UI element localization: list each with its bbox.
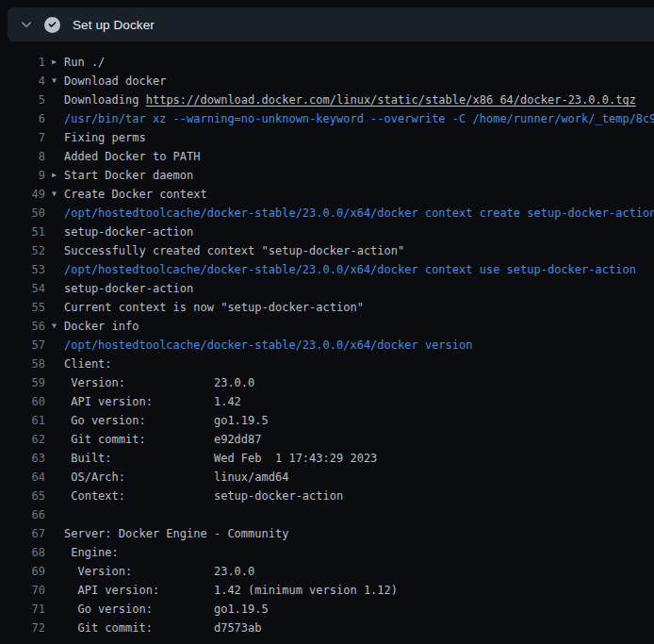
log-line: 5Downloading https://download.docker.com… <box>0 91 654 109</box>
line-number[interactable]: 71 <box>0 600 45 619</box>
line-number[interactable]: 52 <box>0 241 45 260</box>
log-line: 6/usr/bin/tar xz --warning=no-unknown-ke… <box>0 109 654 128</box>
line-number[interactable]: 58 <box>0 355 45 373</box>
log-text: Fixing perms <box>64 128 146 147</box>
step-header[interactable]: Set up Docker <box>8 8 654 41</box>
line-number[interactable]: 51 <box>0 223 45 241</box>
line-number[interactable]: 63 <box>0 449 45 468</box>
log-text: Server: Docker Engine - Community <box>64 524 288 543</box>
log-line: 4▼Download docker <box>0 72 654 91</box>
log-line: 1▶Run ./ <box>0 53 654 72</box>
log-line: 67Server: Docker Engine - Community <box>0 524 654 543</box>
line-number[interactable]: 54 <box>0 279 45 298</box>
log-viewer: 1▶Run ./4▼Download docker5Downloading ht… <box>0 34 654 637</box>
log-link[interactable]: https://download.docker.com/linux/static… <box>146 93 636 107</box>
chevron-down-icon[interactable] <box>21 19 32 30</box>
log-line: 57/opt/hostedtoolcache/docker-stable/23.… <box>0 336 654 355</box>
log-line: 50/opt/hostedtoolcache/docker-stable/23.… <box>0 204 654 223</box>
log-text: Context: setup-docker-action <box>64 487 343 505</box>
log-line: 65 Context: setup-docker-action <box>0 487 654 505</box>
log-text: Added Docker to PATH <box>64 147 201 166</box>
log-line: 49▼Create Docker context <box>0 185 654 204</box>
log-text: setup-docker-action <box>64 223 193 241</box>
log-line: 68 Engine: <box>0 543 654 562</box>
log-line: 60 API version: 1.42 <box>0 392 654 411</box>
log-line: 62 Git commit: e92dd87 <box>0 430 654 449</box>
log-line: 63 Built: Wed Feb 1 17:43:29 2023 <box>0 449 654 468</box>
log-line: 64 OS/Arch: linux/amd64 <box>0 468 654 487</box>
triangle-collapsed-icon[interactable]: ▶ <box>52 53 63 72</box>
log-text: API version: 1.42 (minimum version 1.12) <box>64 581 398 600</box>
log-text: Go version: go1.19.5 <box>64 600 269 619</box>
triangle-collapsed-icon[interactable]: ▶ <box>52 166 63 185</box>
log-line: 71 Go version: go1.19.5 <box>0 600 654 619</box>
log-line: 9▶Start Docker daemon <box>0 166 654 185</box>
line-number[interactable]: 72 <box>0 619 45 637</box>
triangle-expanded-icon[interactable]: ▼ <box>52 72 63 91</box>
log-text: setup-docker-action <box>64 279 193 298</box>
log-text: OS/Arch: linux/amd64 <box>64 468 288 487</box>
log-group-header[interactable]: ▼Create Docker context <box>64 185 207 204</box>
log-line: 66 <box>0 505 654 524</box>
log-text: Go version: go1.19.5 <box>64 411 269 430</box>
log-line: 69 Version: 23.0.0 <box>0 562 654 581</box>
line-number[interactable]: 66 <box>0 505 45 524</box>
line-number[interactable]: 49 <box>0 185 45 204</box>
log-group-header[interactable]: ▼Docker info <box>64 317 139 336</box>
log-line: 51setup-docker-action <box>0 223 654 241</box>
log-group-header[interactable]: ▼Download docker <box>64 72 166 91</box>
log-line: 61 Go version: go1.19.5 <box>0 411 654 430</box>
log-line: 55Current context is now "setup-docker-a… <box>0 298 654 317</box>
line-number[interactable]: 59 <box>0 373 45 392</box>
line-number[interactable]: 65 <box>0 487 45 505</box>
line-number[interactable]: 55 <box>0 298 45 317</box>
command-text: /opt/hostedtoolcache/docker-stable/23.0.… <box>64 336 472 355</box>
log-line: 58Client: <box>0 355 654 373</box>
log-line: 59 Version: 23.0.0 <box>0 373 654 392</box>
log-group-header[interactable]: ▶Run ./ <box>64 53 105 72</box>
check-circle-icon <box>44 17 60 33</box>
log-text: Git commit: e92dd87 <box>64 430 262 449</box>
log-line: 56▼Docker info <box>0 317 654 336</box>
log-line: 7Fixing perms <box>0 128 654 147</box>
line-number[interactable]: 50 <box>0 204 45 223</box>
line-number[interactable]: 69 <box>0 562 45 581</box>
log-text: Successfully created context "setup-dock… <box>64 241 404 260</box>
line-number[interactable]: 5 <box>0 91 45 109</box>
log-group-header[interactable]: ▶Start Docker daemon <box>64 166 193 185</box>
log-text: Git commit: d7573ab <box>64 619 262 637</box>
line-number[interactable]: 62 <box>0 430 45 449</box>
log-text-segment: Downloading <box>64 93 146 107</box>
line-number[interactable]: 6 <box>0 109 45 128</box>
log-line: 8Added Docker to PATH <box>0 147 654 166</box>
log-text: Version: 23.0.0 <box>64 562 254 581</box>
log-text: Engine: <box>64 543 119 562</box>
log-text: API version: 1.42 <box>64 392 241 411</box>
log-line: 72 Git commit: d7573ab <box>0 619 654 637</box>
log-line: 53/opt/hostedtoolcache/docker-stable/23.… <box>0 260 654 279</box>
line-number[interactable]: 53 <box>0 260 45 279</box>
line-number[interactable]: 7 <box>0 128 45 147</box>
line-number[interactable]: 61 <box>0 411 45 430</box>
line-number[interactable]: 70 <box>0 581 45 600</box>
line-number[interactable]: 9 <box>0 166 45 185</box>
triangle-expanded-icon[interactable]: ▼ <box>52 185 63 204</box>
log-line: 52Successfully created context "setup-do… <box>0 241 654 260</box>
command-text: /opt/hostedtoolcache/docker-stable/23.0.… <box>64 260 636 279</box>
log-line: 54setup-docker-action <box>0 279 654 298</box>
line-number[interactable]: 60 <box>0 392 45 411</box>
line-number[interactable]: 56 <box>0 317 45 336</box>
line-number[interactable]: 57 <box>0 336 45 355</box>
triangle-expanded-icon[interactable]: ▼ <box>52 317 63 336</box>
log-text: Client: <box>64 355 112 373</box>
line-number[interactable]: 68 <box>0 543 45 562</box>
line-number[interactable]: 67 <box>0 524 45 543</box>
command-text: /opt/hostedtoolcache/docker-stable/23.0.… <box>64 204 654 223</box>
log-text: Built: Wed Feb 1 17:43:29 2023 <box>64 449 377 468</box>
log-text: Current context is now "setup-docker-act… <box>64 298 364 317</box>
line-number[interactable]: 64 <box>0 468 45 487</box>
line-number[interactable]: 1 <box>0 53 45 72</box>
line-number[interactable]: 8 <box>0 147 45 166</box>
line-number[interactable]: 4 <box>0 72 45 91</box>
log-text: Version: 23.0.0 <box>64 373 254 392</box>
